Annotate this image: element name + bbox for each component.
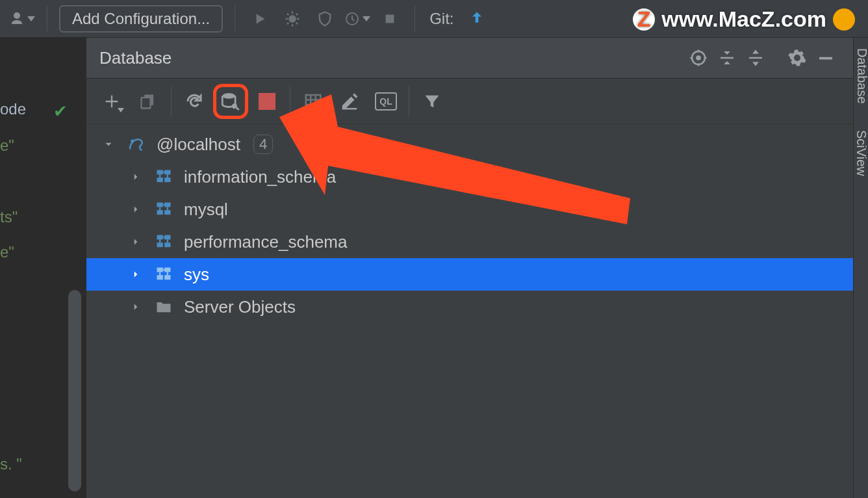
minimize-panel-icon[interactable] — [811, 44, 840, 72]
profiler-icon[interactable] — [344, 6, 370, 32]
datasource-properties-icon[interactable] — [213, 84, 248, 119]
tree-schema-row[interactable]: mysql — [86, 193, 853, 226]
svg-rect-21 — [157, 210, 163, 215]
schema-icon — [153, 265, 175, 283]
code-fragment: ode — [0, 100, 26, 118]
chevron-right-icon — [128, 203, 144, 215]
tree-folder-row[interactable]: Server Objects — [86, 291, 853, 323]
svg-rect-9 — [235, 106, 239, 111]
debug-icon[interactable] — [279, 6, 305, 32]
svg-rect-15 — [157, 170, 163, 175]
svg-point-4 — [697, 57, 700, 60]
toolbar-separator — [235, 6, 235, 32]
stop-icon[interactable] — [377, 6, 403, 32]
chevron-right-icon — [128, 171, 144, 183]
database-toolbar: QL — [86, 79, 853, 124]
svg-rect-18 — [164, 177, 170, 182]
svg-rect-28 — [164, 268, 170, 272]
toolbar-separator — [171, 86, 172, 116]
git-update-icon[interactable] — [464, 6, 490, 32]
svg-point-8 — [222, 93, 235, 99]
tree-schema-row-selected[interactable]: sys — [86, 258, 853, 291]
add-configuration-button[interactable]: Add Configuration... — [59, 5, 223, 33]
tree-schema-row[interactable]: performance_schema — [86, 226, 853, 258]
svg-rect-24 — [164, 235, 170, 240]
tree-item-label: information_schema — [184, 167, 336, 187]
svg-rect-29 — [157, 275, 163, 280]
settings-icon[interactable] — [783, 44, 811, 72]
editor-gutter-fragment: ✔ ode e" ts" e" s. " — [0, 38, 86, 498]
git-label: Git: — [429, 10, 453, 28]
tree-item-label: performance_schema — [184, 232, 347, 252]
filter-icon[interactable] — [415, 84, 450, 119]
add-configuration-label: Add Configuration... — [72, 10, 210, 28]
duplicate-icon[interactable] — [131, 84, 166, 119]
code-fragment: s. " — [0, 455, 22, 473]
table-view-icon[interactable] — [296, 84, 331, 119]
svg-rect-20 — [164, 203, 170, 207]
svg-rect-5 — [819, 57, 832, 60]
svg-rect-17 — [157, 177, 163, 182]
schema-icon — [153, 168, 175, 186]
svg-rect-2 — [386, 14, 394, 23]
toolbar-separator — [290, 86, 290, 116]
svg-rect-30 — [164, 275, 170, 280]
tree-item-label: Server Objects — [184, 297, 296, 317]
inspection-ok-icon: ✔ — [53, 101, 68, 122]
code-fragment: e" — [0, 137, 14, 155]
mysql-connection-icon — [125, 135, 147, 154]
tree-item-label: mysql — [184, 200, 228, 220]
right-tool-strip: Database SciView — [853, 38, 868, 498]
schema-icon — [153, 200, 175, 218]
tree-connection-row[interactable]: @localhost 4 — [86, 128, 853, 161]
svg-rect-25 — [157, 242, 163, 247]
svg-rect-16 — [164, 170, 170, 175]
user-menu-icon[interactable] — [9, 6, 35, 32]
svg-rect-27 — [157, 268, 163, 272]
chevron-right-icon — [128, 269, 144, 280]
code-fragment: ts" — [0, 208, 18, 226]
right-tab-sciview[interactable]: SciView — [854, 104, 868, 176]
svg-rect-19 — [157, 203, 163, 207]
schema-icon — [153, 233, 175, 251]
disconnect-icon[interactable] — [249, 84, 285, 119]
database-tree: @localhost 4 information_schema mysql — [86, 124, 853, 323]
svg-rect-11 — [342, 108, 357, 110]
tree-connection-count: 4 — [253, 135, 273, 154]
svg-rect-26 — [164, 242, 170, 247]
tree-schema-row[interactable]: information_schema — [86, 161, 853, 193]
toolbar-separator — [409, 86, 409, 116]
database-panel-header: Database — [86, 38, 853, 79]
svg-rect-10 — [306, 95, 321, 108]
svg-point-0 — [288, 15, 296, 23]
svg-point-14 — [132, 140, 134, 142]
right-tab-database[interactable]: Database — [854, 38, 868, 104]
tree-connection-label: @localhost — [157, 135, 240, 155]
folder-icon — [153, 298, 175, 316]
toolbar-separator — [47, 6, 47, 32]
code-fragment: e" — [0, 243, 14, 261]
svg-rect-22 — [164, 210, 170, 215]
query-console-icon[interactable]: QL — [368, 84, 403, 119]
run-icon[interactable] — [247, 6, 273, 32]
svg-rect-23 — [157, 235, 163, 240]
panel-title: Database — [99, 48, 172, 68]
main-toolbar: Add Configuration... Git: — [0, 0, 868, 38]
coverage-icon[interactable] — [312, 6, 338, 32]
chevron-right-icon — [128, 301, 144, 313]
collapse-all-icon[interactable] — [713, 44, 741, 72]
chevron-right-icon — [128, 236, 144, 248]
svg-rect-7 — [142, 98, 151, 108]
locate-icon[interactable] — [684, 44, 713, 72]
edit-icon[interactable] — [332, 84, 367, 119]
refresh-icon[interactable] — [177, 84, 212, 119]
database-panel-body: QL @localhost 4 information_schema — [86, 79, 853, 498]
toolbar-separator — [415, 6, 415, 32]
svg-text:QL: QL — [379, 96, 392, 107]
chevron-down-icon — [101, 138, 116, 150]
add-datasource-icon[interactable] — [94, 84, 129, 119]
editor-scrollbar-thumb[interactable] — [68, 290, 81, 491]
expand-all-icon[interactable] — [741, 44, 770, 72]
tree-item-label: sys — [184, 265, 209, 285]
